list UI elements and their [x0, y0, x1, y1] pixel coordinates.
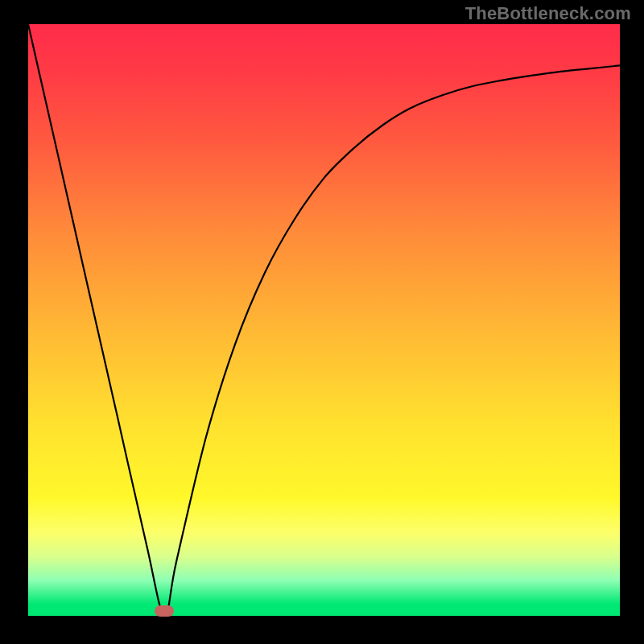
bottleneck-curve: [28, 24, 620, 616]
optimal-point-marker: [155, 605, 174, 617]
chart-frame: TheBottleneck.com: [0, 0, 644, 644]
watermark-text: TheBottleneck.com: [465, 3, 631, 24]
plot-area: [28, 24, 620, 616]
